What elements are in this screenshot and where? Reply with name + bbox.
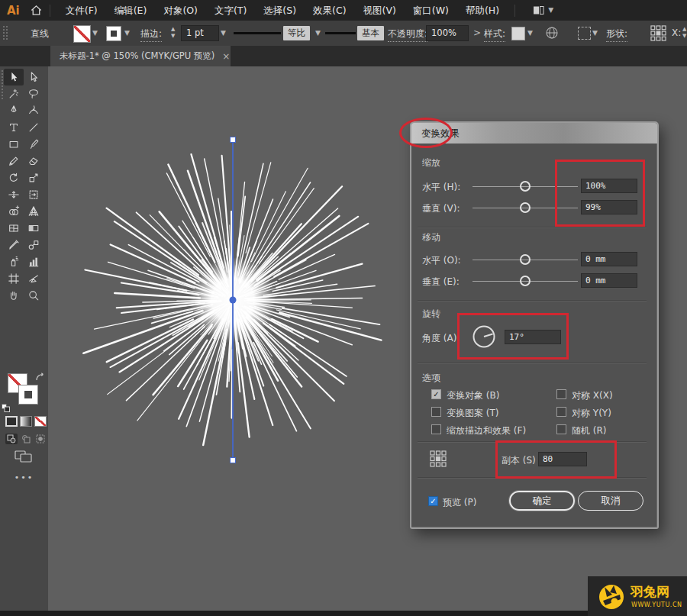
tool-artboard[interactable] xyxy=(4,270,24,287)
gradient-mode-button[interactable] xyxy=(20,416,32,427)
stroke-weight-label[interactable]: 描边: xyxy=(140,27,162,42)
reference-point-locator[interactable] xyxy=(430,450,447,469)
tool-pen[interactable] xyxy=(4,102,24,119)
slider-knob[interactable] xyxy=(520,202,531,213)
scale-horizontal-input[interactable] xyxy=(581,179,637,193)
draw-behind-mode-button[interactable] xyxy=(20,434,32,444)
screen-mode-button[interactable] xyxy=(15,450,33,466)
cancel-button[interactable]: 取消 xyxy=(578,491,643,511)
fill-color-swatch[interactable] xyxy=(73,25,91,43)
x-stepper[interactable]: ▲▼ xyxy=(682,26,686,40)
tool-mesh[interactable] xyxy=(4,220,24,237)
tool-blend[interactable] xyxy=(24,237,44,253)
tool-lasso[interactable] xyxy=(24,85,44,102)
slider-knob[interactable] xyxy=(520,276,531,286)
align-icon[interactable] xyxy=(578,27,591,40)
menu-item-3[interactable]: 文字(T) xyxy=(206,0,255,21)
checkbox-transform-patterns[interactable] xyxy=(431,407,441,417)
tool-perspective-grid[interactable] xyxy=(24,203,44,220)
default-fill-stroke-icon[interactable] xyxy=(2,401,10,415)
copies-input[interactable] xyxy=(538,452,587,466)
chevron-down-icon[interactable]: ▼ xyxy=(221,29,226,37)
anchor-point-top[interactable] xyxy=(231,137,236,143)
checkbox-transform-objects[interactable] xyxy=(431,389,441,399)
checkbox-scale-strokes[interactable] xyxy=(431,424,441,434)
tool-shape-builder[interactable] xyxy=(4,203,24,220)
swap-fill-stroke-icon[interactable] xyxy=(35,371,45,385)
chevron-down-icon[interactable]: ▼ xyxy=(527,29,533,37)
scale-vertical-input[interactable] xyxy=(581,200,637,214)
menu-item-7[interactable]: 窗口(W) xyxy=(405,0,457,21)
menu-item-5[interactable]: 效果(C) xyxy=(305,0,354,21)
document-setup-globe-icon[interactable] xyxy=(545,26,559,42)
style-label[interactable]: 样式: xyxy=(484,27,505,42)
menu-item-6[interactable]: 视图(V) xyxy=(355,0,405,21)
shape-label[interactable]: 形状: xyxy=(606,27,627,42)
menu-item-4[interactable]: 选择(S) xyxy=(255,0,305,21)
checkbox-random[interactable] xyxy=(556,424,566,434)
draw-normal-mode-button[interactable] xyxy=(5,434,18,444)
reference-point-grid-icon[interactable] xyxy=(650,25,666,44)
tool-symbol-sprayer[interactable] xyxy=(4,253,24,270)
document-tab[interactable]: 未标题-1* @ 150% (CMYK/GPU 预览) × xyxy=(50,46,231,66)
menu-item-8[interactable]: 帮助(H) xyxy=(457,0,508,21)
color-mode-button[interactable] xyxy=(5,416,18,427)
tool-hand[interactable] xyxy=(4,287,24,304)
tool-slice[interactable] xyxy=(24,270,44,287)
tool-zoom[interactable] xyxy=(24,287,44,304)
style-swatch[interactable] xyxy=(511,27,525,40)
opacity-value[interactable]: 100% xyxy=(426,25,469,41)
tool-direct-selection[interactable] xyxy=(24,69,44,85)
chevron-down-icon[interactable]: ▼ xyxy=(92,29,98,37)
tool-width[interactable] xyxy=(4,186,24,203)
chevron-down-icon[interactable]: ▼ xyxy=(315,29,321,37)
tool-rotate[interactable] xyxy=(4,169,24,186)
panel-grip[interactable] xyxy=(2,25,8,41)
draw-inside-mode-button[interactable] xyxy=(34,434,47,444)
menu-item-2[interactable]: 对象(O) xyxy=(155,0,206,21)
stroke-stepper[interactable]: ▲▼ xyxy=(171,26,175,40)
edit-toolbar-more-button[interactable]: ••• xyxy=(0,472,48,482)
tool-rectangle[interactable] xyxy=(4,136,24,153)
tool-eraser[interactable] xyxy=(24,153,44,169)
ok-button[interactable]: 确定 xyxy=(509,491,575,511)
anchor-point-bottom[interactable] xyxy=(231,458,236,463)
chevron-down-icon[interactable]: ▼ xyxy=(124,29,130,37)
move-vertical-input[interactable] xyxy=(581,273,637,288)
tool-free-transform[interactable] xyxy=(24,186,44,203)
dialog-title-bar[interactable]: 变换效果 xyxy=(411,123,657,144)
move-horizontal-input[interactable] xyxy=(581,252,637,266)
workspace-switcher[interactable]: ▼ xyxy=(533,5,553,15)
chevron-down-icon[interactable]: ▼ xyxy=(592,29,598,37)
none-mode-button[interactable] xyxy=(34,416,47,427)
home-icon[interactable] xyxy=(30,4,43,17)
slider-knob[interactable] xyxy=(520,181,531,192)
stroke-swatch-white[interactable] xyxy=(19,385,37,404)
angle-input[interactable] xyxy=(505,330,561,344)
tool-line-segment[interactable] xyxy=(24,119,44,136)
slider-knob[interactable] xyxy=(520,254,531,265)
angle-dial[interactable] xyxy=(470,323,498,353)
tool-gradient[interactable] xyxy=(24,220,44,237)
checkbox-preview[interactable] xyxy=(428,496,438,506)
brush-value[interactable]: 基本 xyxy=(357,26,384,40)
tool-scale[interactable] xyxy=(24,169,44,186)
width-profile-value[interactable]: 等比 xyxy=(283,26,310,40)
tool-curvature[interactable] xyxy=(24,102,44,119)
stroke-color-swatch[interactable] xyxy=(107,27,121,40)
tab-close-icon[interactable]: × xyxy=(222,51,230,62)
checkbox-reflect-y[interactable] xyxy=(556,407,566,417)
tool-column-graph[interactable] xyxy=(24,253,44,270)
tool-eyedropper[interactable] xyxy=(4,237,24,253)
tool-shaper[interactable] xyxy=(4,153,24,169)
tool-selection[interactable] xyxy=(4,69,24,85)
opacity-label[interactable]: 不透明度: xyxy=(388,27,427,42)
tool-paintbrush[interactable] xyxy=(24,136,44,153)
menu-item-1[interactable]: 编辑(E) xyxy=(106,0,156,21)
tool-magic-wand[interactable] xyxy=(4,85,24,102)
stroke-weight-value[interactable]: 1 pt xyxy=(181,25,219,41)
menu-item-0[interactable]: 文件(F) xyxy=(57,0,106,21)
center-point[interactable] xyxy=(230,297,237,304)
tool-type[interactable] xyxy=(4,119,24,136)
opacity-more-arrow[interactable]: > xyxy=(473,27,481,38)
